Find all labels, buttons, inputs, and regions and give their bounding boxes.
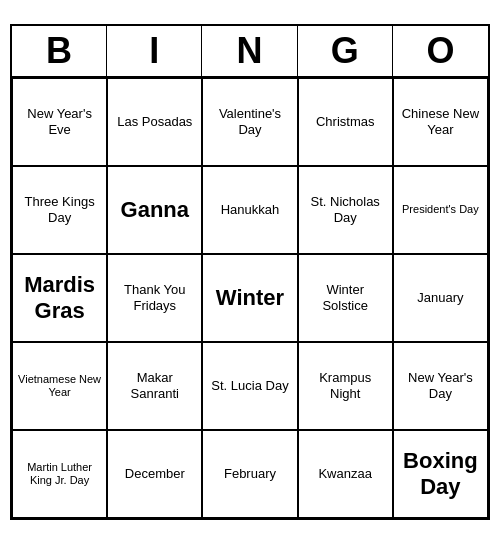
bingo-header: BINGO <box>12 26 488 78</box>
bingo-cell-1: Las Posadas <box>107 78 202 166</box>
bingo-cell-2: Valentine's Day <box>202 78 297 166</box>
bingo-cell-11: Thank You Fridays <box>107 254 202 342</box>
bingo-cell-20: Martin Luther King Jr. Day <box>12 430 107 518</box>
bingo-cell-17: St. Lucia Day <box>202 342 297 430</box>
bingo-cell-0: New Year's Eve <box>12 78 107 166</box>
bingo-cell-15: Vietnamese New Year <box>12 342 107 430</box>
bingo-cell-18: Krampus Night <box>298 342 393 430</box>
bingo-cell-19: New Year's Day <box>393 342 488 430</box>
bingo-cell-14: January <box>393 254 488 342</box>
bingo-cell-4: Chinese New Year <box>393 78 488 166</box>
bingo-cell-3: Christmas <box>298 78 393 166</box>
bingo-cell-9: President's Day <box>393 166 488 254</box>
bingo-cell-10: Mardis Gras <box>12 254 107 342</box>
bingo-cell-24: Boxing Day <box>393 430 488 518</box>
bingo-grid: New Year's EveLas PosadasValentine's Day… <box>12 78 488 518</box>
bingo-cell-8: St. Nicholas Day <box>298 166 393 254</box>
bingo-cell-7: Hanukkah <box>202 166 297 254</box>
bingo-header-letter: I <box>107 26 202 76</box>
bingo-cell-16: Makar Sanranti <box>107 342 202 430</box>
bingo-cell-13: Winter Solstice <box>298 254 393 342</box>
bingo-cell-23: Kwanzaa <box>298 430 393 518</box>
bingo-cell-12: Winter <box>202 254 297 342</box>
bingo-cell-6: Ganna <box>107 166 202 254</box>
bingo-card: BINGO New Year's EveLas PosadasValentine… <box>10 24 490 520</box>
bingo-header-letter: N <box>202 26 297 76</box>
bingo-cell-22: February <box>202 430 297 518</box>
bingo-cell-21: December <box>107 430 202 518</box>
bingo-cell-5: Three Kings Day <box>12 166 107 254</box>
bingo-header-letter: O <box>393 26 488 76</box>
bingo-header-letter: B <box>12 26 107 76</box>
bingo-header-letter: G <box>298 26 393 76</box>
